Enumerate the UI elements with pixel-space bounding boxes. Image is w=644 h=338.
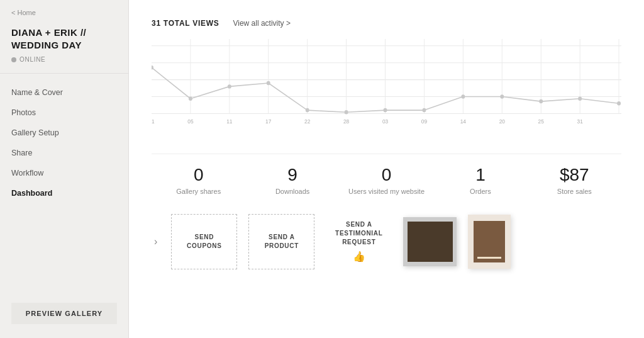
sidebar-item-name-cover[interactable]: Name & Cover	[0, 82, 128, 103]
metric-value: 1	[433, 166, 527, 185]
send-coupons-card[interactable]: SENDCOUPONS	[171, 214, 237, 269]
svg-point-31	[500, 94, 504, 98]
svg-point-32	[539, 99, 543, 103]
svg-point-24	[228, 84, 231, 88]
preview-gallery-button[interactable]: PREVIEW GALLERY	[11, 303, 117, 324]
sidebar-item-gallery-setup[interactable]: Gallery Setup	[0, 123, 128, 143]
status-label: ONLINE	[19, 56, 45, 63]
metric-label: Downloads	[245, 188, 339, 195]
svg-point-33	[578, 97, 582, 101]
testimonial-label: SEND A TESTIMONIAL REQUEST	[326, 220, 392, 247]
metric-label: Users visited my website	[340, 188, 433, 195]
svg-text:09: 09	[421, 118, 427, 124]
send-product-card[interactable]: SEND APRODUCT	[248, 214, 314, 269]
svg-point-23	[189, 97, 192, 101]
metric-value: 0	[152, 166, 245, 185]
metric-label: Orders	[433, 188, 527, 195]
arrow-left-icon[interactable]: ›	[152, 234, 160, 250]
metric-website-visitors: 0 Users visited my website	[340, 166, 433, 195]
svg-text:28: 28	[343, 118, 349, 124]
svg-text:25: 25	[538, 118, 544, 124]
view-activity-link[interactable]: View all activity >	[233, 19, 290, 28]
chart-svg: 20 15 10 5 0 31 05 11 17	[152, 39, 621, 127]
sidebar-divider	[0, 73, 128, 74]
photo-card-1[interactable]	[403, 217, 457, 266]
metric-value: 9	[245, 166, 339, 185]
sidebar-item-dashboard[interactable]: Dashboard	[0, 183, 128, 203]
metric-value: $87	[528, 166, 621, 185]
svg-point-26	[306, 108, 309, 112]
main-content: 31 TOTAL VIEWS View all activity >	[129, 0, 644, 338]
svg-point-34	[617, 101, 621, 105]
back-link[interactable]: < Home	[0, 0, 128, 23]
metric-value: 0	[340, 166, 433, 185]
sidebar-item-workflow[interactable]: Workflow	[0, 163, 128, 183]
svg-text:22: 22	[304, 118, 310, 124]
photo-card-2[interactable]	[468, 215, 511, 269]
sidebar-nav: Name & Cover Photos Gallery Setup Share …	[0, 79, 128, 303]
svg-point-27	[345, 110, 348, 114]
gallery-status: ONLINE	[0, 54, 128, 73]
sidebar-item-share[interactable]: Share	[0, 143, 128, 163]
testimonial-card[interactable]: SEND A TESTIMONIAL REQUEST 👍	[326, 220, 392, 262]
svg-text:14: 14	[460, 118, 466, 124]
status-dot	[11, 57, 16, 62]
svg-text:11: 11	[226, 118, 232, 124]
svg-text:31: 31	[577, 118, 583, 124]
svg-text:17: 17	[265, 118, 271, 124]
svg-point-29	[423, 108, 426, 112]
svg-text:20: 20	[499, 118, 505, 124]
sidebar-item-photos[interactable]: Photos	[0, 103, 128, 123]
svg-point-25	[267, 81, 270, 85]
metrics-row: 0 Gallery shares 9 Downloads 0 Users vis…	[152, 154, 621, 195]
metric-label: Store sales	[528, 188, 621, 195]
metric-gallery-shares: 0 Gallery shares	[152, 166, 245, 195]
bottom-action-row: › SENDCOUPONS SEND APRODUCT SEND A TESTI…	[152, 214, 621, 269]
svg-text:03: 03	[382, 118, 388, 124]
metric-orders: 1 Orders	[433, 166, 527, 195]
metric-store-sales: $87 Store sales	[528, 166, 621, 195]
svg-text:05: 05	[187, 118, 193, 124]
total-views-label: 31 TOTAL VIEWS	[152, 19, 219, 28]
stats-header: 31 TOTAL VIEWS View all activity >	[152, 19, 621, 28]
gallery-title: DIANA + ERIK // WEDDING DAY	[0, 23, 128, 54]
svg-text:31: 31	[152, 118, 155, 124]
metric-label: Gallery shares	[152, 188, 245, 195]
svg-point-30	[461, 94, 465, 98]
metric-downloads: 9 Downloads	[245, 166, 339, 195]
activity-chart: 20 15 10 5 0 31 05 11 17	[152, 39, 621, 140]
svg-point-28	[384, 108, 387, 112]
thumbs-up-icon: 👍	[353, 251, 365, 262]
sidebar: < Home DIANA + ERIK // WEDDING DAY ONLIN…	[0, 0, 129, 338]
